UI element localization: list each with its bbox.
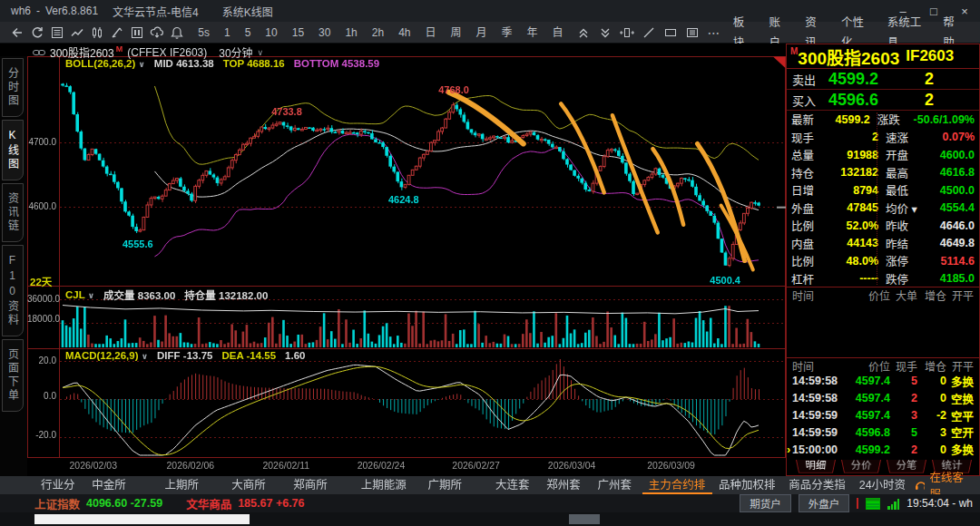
period-button-4h[interactable]: 4h [391,23,417,43]
period-button-周[interactable]: 周 [444,23,469,43]
kline-chart-canvas[interactable] [27,44,786,476]
wh-index-label[interactable]: 文华商品 [186,495,231,512]
macd-name[interactable]: MACD(12,26,9) [65,350,139,361]
add-indicator-icon[interactable] [616,23,638,43]
macd-axis-label: 0.0 [27,391,56,401]
rect-tool-icon[interactable] [660,23,681,43]
big-order-table-body [787,302,979,358]
period-button-1[interactable]: 1 [217,23,238,43]
sidebar-tab[interactable]: 资讯链 [2,183,24,242]
market-nav-item[interactable]: 大商所DCE [225,476,287,494]
page-layout-icon[interactable] [681,23,703,43]
sidebar-tab[interactable]: 页面下单 [2,339,24,412]
macd-dea-value: -14.55 [246,350,276,361]
boll-mid-value: 4613.38 [176,58,214,69]
stat-value: 4649.8 [926,237,975,249]
quote-list-icon[interactable] [47,23,67,43]
period-button-日[interactable]: 日 [418,23,444,43]
period-button-30[interactable]: 30 [311,23,338,43]
trendline-tool-icon[interactable] [638,23,660,43]
scrollbar-thumb[interactable] [34,514,250,524]
boll-bottom-value: 4538.59 [342,58,380,69]
volume-indicator-header: CJL ∨ 成交量 8363.00 持仓量 132182.00 [65,287,268,302]
chevron-down-icon[interactable]: ∨ [88,291,94,300]
sidebar-tab[interactable]: K线图 [2,120,24,180]
boll-top-value: 4688.16 [247,58,285,69]
cjl-name[interactable]: CJL [65,289,85,300]
volume-label: 成交量 [103,290,135,301]
stat-value: 0.07% [926,131,975,143]
tick-volume: 5 [890,426,917,439]
collapse-panes-icon[interactable] [573,23,594,43]
headset-icon [915,480,926,491]
sidebar-tab[interactable]: 分时图 [2,58,24,117]
toolbar-right-tools: ⋯ [573,23,725,43]
tick-time: 14:59:59 [792,409,839,422]
tick-row: 14:59:584597.420空换 [787,390,979,407]
main-contract-mark: M [116,44,123,54]
stat-value: 4554.4 [926,201,975,214]
period-button-年[interactable]: 年 [520,23,545,43]
signal-strength-icon [887,498,899,510]
scrollbar-segment[interactable] [569,514,600,524]
tick-time: 14:59:59 [792,426,839,439]
market-nav-item[interactable]: 上期能源INE [355,476,422,494]
futures-account-button[interactable]: 期货户 [740,494,791,512]
expand-panes-icon[interactable] [594,23,616,43]
market-nav-item[interactable]: 主力合约排名 [642,476,712,494]
period-button-1h[interactable]: 1h [338,23,364,43]
stat-label: 昨收 [886,217,926,234]
market-nav-item[interactable]: 郑州套利 [540,476,591,494]
candlestick-icon[interactable] [87,23,107,43]
market-nav-item[interactable]: 24小时资讯 [853,476,915,494]
boll-name[interactable]: BOLL(26,26,2) [65,58,135,69]
market-nav-item[interactable]: 中金所CFFEX [85,476,158,494]
quote-tab-明细[interactable]: 明细 [796,460,836,473]
market-nav-item[interactable]: 上期所SHFE [159,476,226,494]
price-annotation: 4733.8 [267,106,307,117]
market-nav-item[interactable]: 商品分类指数 [782,476,852,494]
titlebar-view-tab[interactable]: 系统K线图 [213,2,282,21]
trend-line-icon[interactable] [67,23,87,43]
period-button-5s[interactable]: 5s [191,23,217,43]
foreign-account-button[interactable]: 外盘户 [799,494,850,512]
chevron-down-icon[interactable]: ∨ [142,352,148,361]
bid-row[interactable]: 买入 4596.6 2 [787,90,979,111]
quote-symbol-name: 300股指2603 [798,44,899,69]
period-button-15[interactable]: 15 [285,23,311,43]
tick-direction: 空开 [946,424,974,441]
stat-value: 4599.2 [821,113,870,126]
refresh-icon[interactable] [27,23,47,43]
titlebar-node-tab[interactable]: 文华云节点-电信4 [103,2,208,21]
ask-row[interactable]: 卖出 4599.2 2 [787,69,979,90]
stat-value: 4185.0 [926,272,975,285]
period-button-10[interactable]: 10 [258,23,284,43]
chevron-down-icon[interactable]: ∨ [258,48,264,57]
period-button-自[interactable]: 自 [545,23,571,43]
cloud-icon[interactable] [147,23,167,43]
back-icon[interactable] [7,23,27,43]
kline-settings-icon[interactable] [127,23,147,43]
alert-bell-icon[interactable] [167,23,187,43]
chevron-down-icon[interactable]: ∨ [139,60,145,69]
quote-tab-分价[interactable]: 分价 [841,460,881,473]
period-button-2h[interactable]: 2h [365,23,391,43]
period-button-5[interactable]: 5 [238,23,259,43]
sidebar-tab[interactable]: F10资料 [2,245,24,336]
macd-indicator-header: MACD(12,26,9) ∨ DIFF -13.75 DEA -14.55 1… [65,350,305,361]
period-button-月[interactable]: 月 [469,23,495,43]
market-nav-item[interactable]: 广州套利 [591,476,642,494]
stat-label: 比例 [791,217,824,234]
draw-analysis-icon[interactable] [107,23,127,43]
market-nav-item[interactable]: 品种加权排名 [712,476,782,494]
market-nav-item[interactable]: 广期所GFEX [422,476,489,494]
main-area: 分时图K线图资讯链F10资料页面下单 300股指2603 M (CFFEX IF… [0,44,980,476]
date-axis-label: 2026/02/24 [349,460,413,471]
market-nav-item[interactable]: 行业分类 [34,476,85,494]
period-button-季[interactable]: 季 [495,23,520,43]
market-nav-item[interactable]: 大连套利 [489,476,540,494]
sh-index-label[interactable]: 上证指数 [34,495,80,512]
quote-title[interactable]: M 300股指2603 IF2603 [787,44,979,69]
more-tools-icon[interactable]: ⋯ [703,23,725,43]
market-nav-item[interactable]: 郑商所CZCE [287,476,354,494]
